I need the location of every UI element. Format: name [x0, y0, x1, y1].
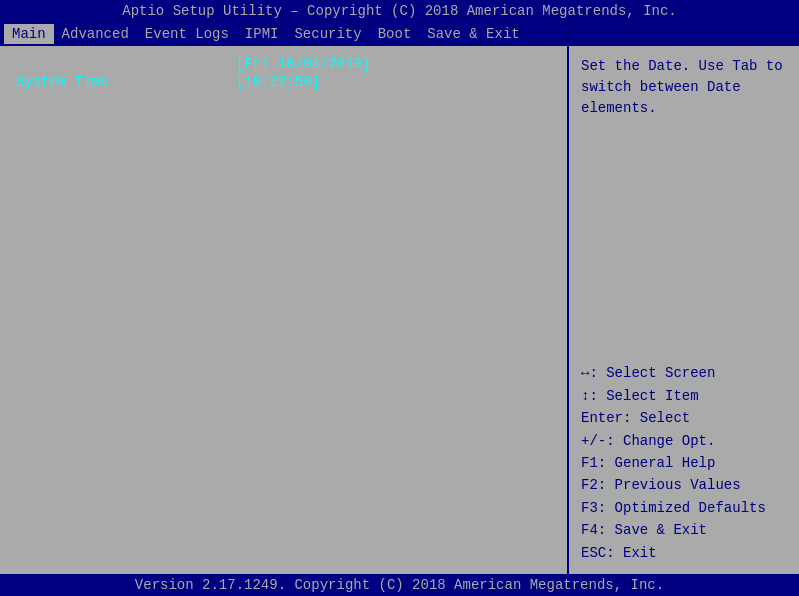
menu-item-main[interactable]: Main — [4, 24, 54, 44]
memory-speed-row: Memory Speed 2133 MHz — [16, 546, 551, 562]
memory-section-row: Memory Information — [16, 506, 551, 526]
title-text: Aptio Setup Utility – Copyright (C) 2018… — [122, 3, 677, 19]
memory-speed-value: 2133 MHz — [236, 546, 303, 562]
memory-speed-label: Memory Speed — [16, 546, 236, 562]
system-time-label: System Time — [16, 74, 236, 90]
status-bar: Version 2.17.1249. Copyright (C) 2018 Am… — [0, 574, 799, 596]
content-area: System Date [Fri 10/04/2019] System Time… — [0, 46, 799, 574]
menu-item-advanced[interactable]: Advanced — [54, 24, 137, 44]
help-description: Set the Date. Use Tab to switch between … — [581, 56, 787, 119]
title-bar: Aptio Setup Utility – Copyright (C) 2018… — [0, 0, 799, 22]
left-panel: System Date [Fri 10/04/2019] System Time… — [0, 46, 569, 574]
key-help: ↔: Select Screen↕: Select ItemEnter: Sel… — [581, 362, 787, 564]
key-help-item: F4: Save & Exit — [581, 519, 787, 541]
board-row: Supermicro X10SRi-F — [16, 106, 551, 122]
menu-item-boot[interactable]: Boot — [370, 24, 420, 44]
memory-section-label: Memory Information — [16, 506, 236, 522]
total-memory-value: 65536 MB — [236, 528, 303, 544]
bios-version-value: 3.1 — [236, 124, 261, 140]
key-help-item: ↔: Select Screen — [581, 362, 787, 384]
right-panel: Set the Date. Use Tab to switch between … — [569, 46, 799, 574]
bios-version-label: BIOS Version — [16, 124, 236, 140]
system-date-value[interactable]: [Fri 10/04/2019] — [236, 56, 370, 72]
system-time-row: System Time [10:22:50] — [16, 74, 551, 90]
bios-setup-utility: Aptio Setup Utility – Copyright (C) 2018… — [0, 0, 799, 596]
key-help-item: ↕: Select Item — [581, 385, 787, 407]
menu-item-ipmi[interactable]: IPMI — [237, 24, 287, 44]
menu-item-security[interactable]: Security — [286, 24, 369, 44]
build-date-row: Build Date 06/06/2018 — [16, 142, 551, 158]
status-text: Version 2.17.1249. Copyright (C) 2018 Am… — [135, 577, 664, 593]
key-help-item: F1: General Help — [581, 452, 787, 474]
menu-bar: MainAdvancedEvent LogsIPMISecurityBootSa… — [0, 22, 799, 46]
board-label: Supermicro X10SRi-F — [16, 106, 236, 122]
build-date-label: Build Date — [16, 142, 236, 158]
key-help-item: F3: Optimized Defaults — [581, 497, 787, 519]
total-memory-row: Total Memory 65536 MB — [16, 528, 551, 544]
total-memory-label: Total Memory — [16, 528, 236, 544]
key-help-item: F2: Previous Values — [581, 474, 787, 496]
system-date-label: System Date — [16, 56, 236, 72]
key-help-item: ESC: Exit — [581, 542, 787, 564]
key-help-item: Enter: Select — [581, 407, 787, 429]
build-date-value: 06/06/2018 — [236, 142, 320, 158]
key-help-item: +/-: Change Opt. — [581, 430, 787, 452]
system-time-value[interactable]: [10:22:50] — [236, 74, 320, 90]
menu-item-save---exit[interactable]: Save & Exit — [419, 24, 527, 44]
menu-item-event-logs[interactable]: Event Logs — [137, 24, 237, 44]
bios-version-row: BIOS Version 3.1 — [16, 124, 551, 140]
system-date-row: System Date [Fri 10/04/2019] — [16, 56, 551, 72]
